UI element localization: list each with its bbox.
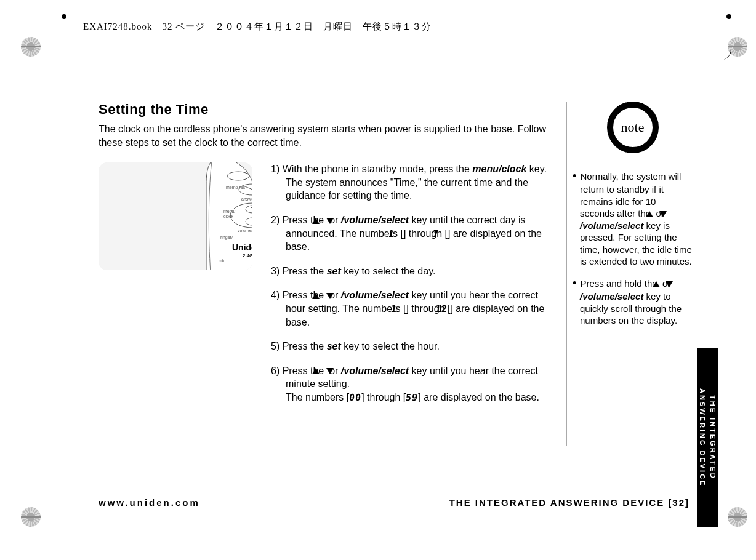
crop-mark-icon [728, 507, 747, 527]
crop-mark-icon [21, 507, 41, 527]
svg-text:mic: mic [219, 258, 225, 263]
svg-text:answer on/off: answer on/off [241, 197, 252, 201]
step-text: ] through [ [361, 392, 406, 402]
step-text: The system announces "Time," the current… [286, 176, 554, 202]
step-text: The numbers [ [286, 392, 349, 402]
svg-text:volume/select: volume/select [238, 228, 252, 233]
step-text: 5) Press the [271, 341, 327, 351]
key-name: set [327, 266, 341, 276]
intro-text: The clock on the cordless phone's answer… [99, 122, 554, 149]
crop-mark-icon [21, 37, 41, 57]
footer-url: www.uniden.com [99, 497, 200, 508]
svg-text:menu/: menu/ [223, 209, 236, 214]
page-footer: www.uniden.com THE INTEGRATED ANSWERING … [99, 497, 690, 508]
step-text: key to select the hour. [341, 341, 440, 351]
segment-digit: 00 [348, 391, 362, 404]
note-item: Normally, the system will return to stan… [573, 169, 693, 268]
step-text: ] through [ [403, 228, 448, 239]
svg-text:clock: clock [223, 214, 233, 218]
key-name: set [327, 341, 341, 351]
tab-line: THE INTEGRATED [709, 395, 717, 480]
step-text: 1) With the phone in standby mode, press… [271, 164, 472, 174]
step-1: 1) With the phone in standby mode, press… [271, 162, 554, 202]
running-header: EXAI7248.book 32 ページ ２００４年１月１２日 月曜日 午後５時… [83, 21, 432, 33]
step-6: 6) Press the or /volume/select key until… [271, 364, 554, 404]
step-text: 3) Press the [271, 266, 327, 276]
step-3: 3) Press the set key to select the day. [271, 265, 554, 278]
step-text: key. [526, 164, 547, 174]
step-2: 2) Press the or /volume/select key until… [271, 214, 554, 254]
page-title: Setting the Time [99, 102, 554, 118]
handset-illustration: memo rec greeting answer on/off menu/ cl… [99, 162, 252, 270]
key-name: /volume/select [580, 291, 643, 302]
svg-text:memo rec: memo rec [226, 185, 246, 190]
note-label: note [621, 119, 645, 137]
tab-line: ANSWERING DEVICE [699, 388, 706, 487]
key-name: menu/clock [472, 164, 526, 174]
note-sidebar: note Normally, the system will return to… [573, 102, 693, 335]
note-badge: note [607, 102, 659, 153]
steps-list: 1) With the phone in standby mode, press… [271, 162, 554, 415]
svg-point-3 [227, 172, 249, 180]
step-5: 5) Press the set key to select the hour. [271, 340, 554, 353]
footer-section: THE INTEGRATED ANSWERING DEVICE [32] [449, 497, 690, 508]
svg-text:2.4GHz: 2.4GHz [243, 253, 252, 258]
section-tab: THE INTEGRATED ANSWERING DEVICE [697, 348, 718, 527]
segment-digit: 59 [405, 391, 419, 404]
step-text: key to select the day. [341, 266, 436, 276]
note-item: Press and hold the or /volume/select key… [573, 276, 693, 327]
note-text: Press and hold the [580, 278, 659, 289]
key-name: /volume/select [341, 366, 409, 376]
step-4: 4) Press the or /volume/select key until… [271, 289, 554, 329]
key-name: /volume/select [341, 215, 409, 225]
page-body: Setting the Time The clock on the cordle… [99, 102, 554, 415]
key-name: /volume/select [341, 290, 409, 300]
svg-text:ringer/: ringer/ [220, 235, 233, 240]
sidebar-divider [566, 102, 567, 446]
step-text: ] are displayed on the base. [418, 392, 539, 402]
svg-text:Uniden: Uniden [232, 242, 252, 252]
key-name: /volume/select [580, 220, 643, 231]
